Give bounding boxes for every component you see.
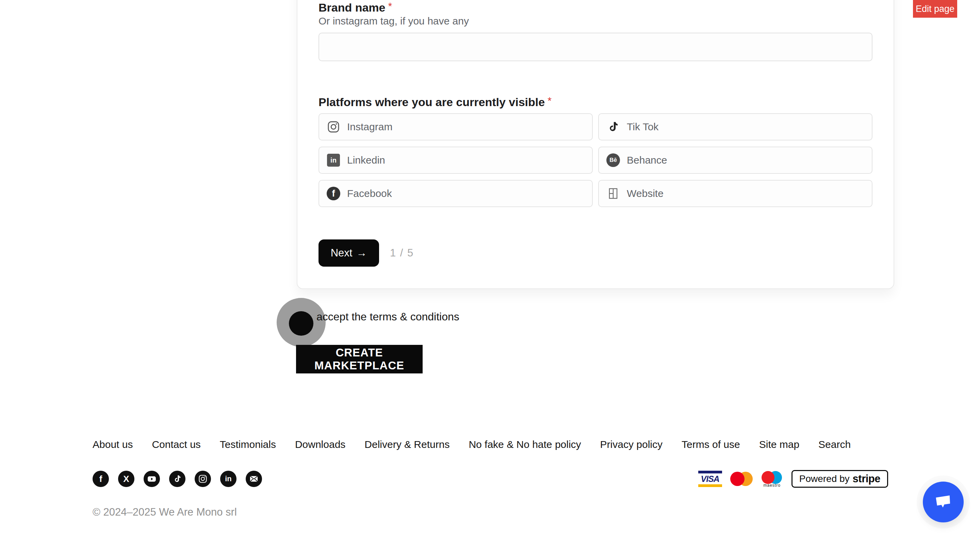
linkedin-icon: in (327, 153, 340, 167)
facebook-badge: f (327, 187, 340, 200)
youtube-icon[interactable] (143, 471, 160, 487)
platforms-label: Platforms where you are currently visibl… (318, 94, 552, 109)
next-button[interactable]: Next → (318, 239, 379, 266)
tiktok-icon[interactable] (169, 471, 185, 487)
website-field (598, 180, 872, 207)
arrow-right-icon: → (356, 247, 367, 259)
instagram-icon (327, 120, 340, 134)
behance-badge: Bē (606, 153, 620, 167)
footer-link-contact-us[interactable]: Contact us (152, 439, 200, 450)
footer-link-site-map[interactable]: Site map (759, 439, 799, 450)
platform-fields-grid: in Bē f (318, 113, 872, 207)
footer-link-terms-of-use[interactable]: Terms of use (682, 439, 740, 450)
tiktok-field (598, 113, 872, 140)
visa-bottom-bar (698, 484, 722, 487)
stripe-wordmark: stripe (853, 473, 880, 485)
maestro-red-circle (762, 471, 775, 484)
footer-link-search[interactable]: Search (818, 439, 851, 450)
website-icon (606, 187, 620, 200)
instagram-icon[interactable] (195, 471, 211, 487)
required-asterisk: * (388, 0, 392, 11)
page: Edit page Brand name* Or instagram tag, … (0, 0, 980, 536)
footer-link-about-us[interactable]: About us (92, 439, 133, 450)
step-indicator: 1 / 5 (390, 247, 414, 259)
behance-icon: Bē (606, 153, 620, 167)
footer-link-privacy-policy[interactable]: Privacy policy (600, 439, 662, 450)
brand-name-hint: Or instagram tag, if you have any (318, 15, 469, 27)
linkedin-glyph: in (225, 475, 232, 483)
linkedin-field: in (318, 147, 593, 174)
facebook-glyph: f (99, 474, 102, 483)
brand-name-label: Brand name* (318, 0, 392, 14)
brand-name-input[interactable] (318, 33, 872, 61)
payment-methods-row: VISA maestro Powered by stripe (698, 470, 888, 488)
email-icon[interactable] (246, 471, 262, 487)
footer-link-downloads[interactable]: Downloads (295, 439, 345, 450)
facebook-icon: f (327, 187, 340, 200)
stripe-badge: Powered by stripe (791, 470, 888, 488)
tiktok-icon (606, 120, 620, 134)
copyright-text: © 2024–2025 We Are Mono srl (92, 506, 237, 518)
terms-checkbox[interactable] (289, 311, 313, 336)
behance-field: Bē (598, 147, 872, 174)
edit-page-button[interactable]: Edit page (913, 0, 957, 18)
instagram-field (318, 113, 593, 140)
tiktok-input[interactable] (626, 121, 864, 133)
terms-label: accept the terms & conditions (317, 310, 460, 323)
chat-launcher-button[interactable] (923, 482, 964, 522)
footer-link-no-fake-no-hate[interactable]: No fake & No hate policy (469, 439, 581, 450)
behance-input[interactable] (626, 154, 864, 166)
x-glyph: X (123, 474, 129, 483)
maestro-wordmark: maestro (761, 483, 783, 488)
visa-icon: VISA (698, 471, 722, 487)
visa-top-bar (698, 471, 722, 473)
website-input[interactable] (626, 187, 864, 200)
chat-bubble-icon (933, 492, 954, 512)
footer-link-testimonials[interactable]: Testimonials (220, 439, 276, 450)
signup-form-card: Brand name* Or instagram tag, if you hav… (297, 0, 894, 289)
linkedin-icon[interactable]: in (220, 471, 237, 487)
form-actions-row: Next → 1 / 5 (318, 239, 414, 266)
visa-wordmark: VISA (698, 474, 722, 483)
maestro-icon: maestro (761, 471, 783, 487)
create-marketplace-button[interactable]: CREATE MARKETPLACE (296, 345, 423, 373)
next-button-label: Next (331, 247, 353, 259)
facebook-icon[interactable]: f (92, 471, 109, 487)
required-asterisk: * (547, 95, 552, 106)
instagram-input[interactable] (347, 121, 585, 133)
brand-name-label-text: Brand name (318, 1, 385, 14)
facebook-input[interactable] (347, 187, 585, 200)
mastercard-red-circle (730, 472, 745, 486)
linkedin-input[interactable] (347, 154, 585, 166)
stripe-prefix: Powered by (799, 473, 850, 484)
facebook-field: f (318, 180, 593, 207)
platforms-label-text: Platforms where you are currently visibl… (318, 95, 545, 108)
footer-link-delivery-returns[interactable]: Delivery & Returns (364, 439, 450, 450)
social-icons-row: f X in (92, 471, 262, 487)
x-icon[interactable]: X (118, 471, 134, 487)
mastercard-icon (730, 471, 753, 487)
footer-links: About us Contact us Testimonials Downloa… (92, 439, 851, 450)
linkedin-badge: in (327, 154, 340, 167)
